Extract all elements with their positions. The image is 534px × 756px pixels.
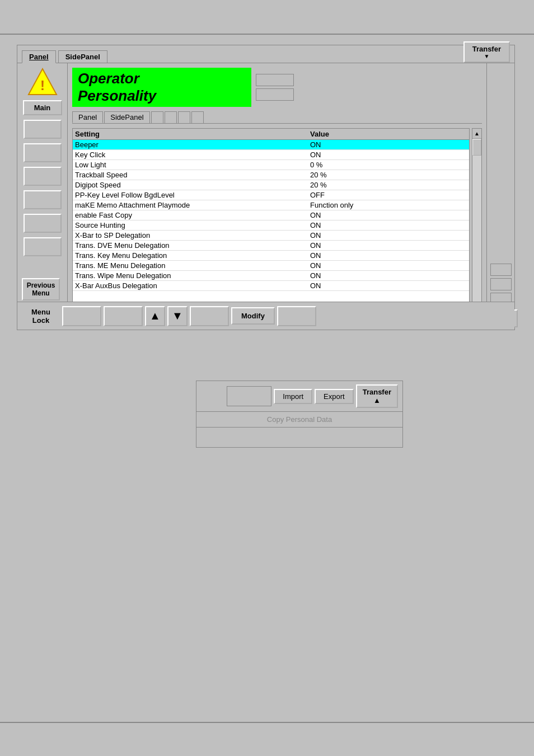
- table-row[interactable]: Trans. DVE Menu DelegationON: [73, 241, 469, 251]
- top-divider: [0, 34, 534, 35]
- cell-setting: X-Bar to SP Delegation: [75, 231, 310, 240]
- cell-value: ON: [310, 271, 467, 280]
- sidebar-square-2: [24, 143, 62, 162]
- tab-bar: Panel SidePanel Transfer ▼: [17, 45, 514, 63]
- bottom-bar: MenuLock ▲ ▼ Modify: [17, 302, 514, 330]
- cell-setting: Beeper: [75, 140, 310, 149]
- cell-value: ON: [310, 140, 467, 149]
- title-area: Operator Personality: [72, 68, 482, 107]
- right-box-1: [490, 264, 512, 276]
- table-row[interactable]: X-Bar to SP DelegationON: [73, 231, 469, 241]
- table-row[interactable]: Low Light0 %: [73, 160, 469, 170]
- tab-sidepanel[interactable]: SidePanel: [58, 50, 107, 63]
- lower-transfer-button[interactable]: Transfer ▲: [356, 384, 398, 408]
- right-edge: ▲ ▶: [486, 63, 514, 330]
- cell-setting: Trans. ME Menu Delegation: [75, 261, 310, 270]
- scroll-up-button[interactable]: ▲: [472, 129, 481, 139]
- table-row[interactable]: Trans. ME Menu DelegationON: [73, 261, 469, 271]
- lower-panel-mid: Copy Personal Data: [196, 412, 402, 428]
- table-body: BeeperONKey ClickONLow Light0 %Trackball…: [73, 140, 469, 321]
- table-row[interactable]: Digipot Speed20 %: [73, 180, 469, 190]
- bottom-box-2: [104, 306, 143, 326]
- title-personality: Personality: [78, 87, 246, 105]
- cell-setting: PP-Key Level Follow BgdLevel: [75, 191, 310, 199]
- scroll-thumb[interactable]: [472, 139, 481, 156]
- inner-tab-panel[interactable]: Panel: [72, 111, 103, 123]
- table-row[interactable]: BeeperON: [73, 140, 469, 150]
- title-extra-box-1: [256, 74, 294, 86]
- svg-text:!: !: [40, 78, 45, 93]
- cell-value: ON: [310, 241, 467, 250]
- title-operator: Operator: [78, 70, 246, 87]
- sidebar-square-6: [24, 237, 62, 256]
- cell-setting: enable Fast Copy: [75, 211, 310, 219]
- cell-value: Function only: [310, 201, 467, 209]
- inner-tab-sidepanel[interactable]: SidePanel: [104, 111, 149, 123]
- bottom-box-3: [190, 306, 229, 326]
- header-setting: Setting: [75, 130, 310, 138]
- modify-button[interactable]: Modify: [231, 307, 275, 325]
- cell-value: OFF: [310, 191, 467, 199]
- tab-panel[interactable]: Panel: [22, 50, 56, 63]
- cell-value: ON: [310, 211, 467, 219]
- bottom-down-arrow[interactable]: ▼: [167, 306, 188, 326]
- table-row[interactable]: enable Fast CopyON: [73, 210, 469, 220]
- menu-lock-label: MenuLock: [22, 308, 60, 325]
- cell-value: 20 %: [310, 171, 467, 179]
- settings-table: Setting Value BeeperONKey ClickONLow Lig…: [72, 128, 470, 325]
- cell-setting: maKE Memo Attachment Playmode: [75, 201, 310, 209]
- right-box-2: [490, 278, 512, 290]
- bottom-divider: [0, 722, 534, 723]
- table-row[interactable]: Key ClickON: [73, 150, 469, 160]
- cell-setting: Trackball Speed: [75, 171, 310, 179]
- export-button[interactable]: Export: [315, 389, 354, 404]
- cell-setting: Source Hunting: [75, 221, 310, 229]
- right-panel: Operator Personality Panel SidePanel: [68, 63, 486, 330]
- cell-setting: Key Click: [75, 151, 310, 159]
- table-row[interactable]: Trans. Wipe Menu DelegationON: [73, 271, 469, 281]
- copy-personal-data-label: Copy Personal Data: [267, 415, 332, 424]
- transfer-button[interactable]: Transfer ▼: [463, 41, 510, 63]
- cell-value: ON: [310, 231, 467, 240]
- title-extra-box-2: [256, 88, 294, 101]
- table-row[interactable]: maKE Memo Attachment PlaymodeFunction on…: [73, 200, 469, 210]
- warning-icon: !: [27, 68, 58, 96]
- title-box: Operator Personality: [72, 68, 251, 107]
- table-row[interactable]: X-Bar AuxBus DelegationON: [73, 281, 469, 291]
- lower-panel: Import Export Transfer ▲ Copy Personal D…: [196, 381, 403, 448]
- content-area: ! Main Operator Personality: [17, 63, 514, 330]
- right-edge-boxes: [490, 264, 512, 305]
- main-panel: Panel SidePanel Transfer ▼ ! Main: [17, 45, 515, 330]
- inner-tab-extra-2: [165, 111, 177, 123]
- cell-setting: Digipot Speed: [75, 181, 310, 189]
- main-button[interactable]: Main: [23, 100, 62, 115]
- bottom-up-arrow[interactable]: ▲: [145, 306, 165, 326]
- scroll-track: [472, 139, 481, 314]
- table-row[interactable]: Trans. Key Menu DelegationON: [73, 251, 469, 261]
- title-extra-boxes: [256, 74, 294, 101]
- sidebar-square-5: [24, 214, 62, 233]
- previous-menu-button[interactable]: Previous Menu: [22, 278, 60, 300]
- table-header: Setting Value: [73, 129, 469, 140]
- settings-area: Setting Value BeeperONKey ClickONLow Lig…: [72, 128, 482, 325]
- table-row[interactable]: Source HuntingON: [73, 220, 469, 231]
- cell-value: ON: [310, 251, 467, 260]
- scrollbar[interactable]: ▲ ▼: [472, 128, 482, 325]
- cell-setting: Low Light: [75, 161, 310, 169]
- sidebar-square-1: [24, 120, 62, 139]
- cell-setting: Trans. DVE Menu Delegation: [75, 241, 310, 250]
- inner-tab-extra-3: [178, 111, 190, 123]
- inner-tab-extra-4: [191, 111, 204, 123]
- table-row[interactable]: Trackball Speed20 %: [73, 170, 469, 180]
- tab-group: Panel SidePanel: [22, 50, 107, 63]
- cell-setting: Trans. Wipe Menu Delegation: [75, 271, 310, 280]
- lower-panel-bottom: [196, 428, 402, 444]
- cell-value: ON: [310, 281, 467, 290]
- transfer-arrow-icon: ▼: [484, 53, 489, 59]
- cell-value: 0 %: [310, 161, 467, 169]
- bottom-box-4: [277, 306, 316, 326]
- import-button[interactable]: Import: [274, 389, 312, 404]
- cell-setting: X-Bar AuxBus Delegation: [75, 281, 310, 290]
- table-row[interactable]: PP-Key Level Follow BgdLevelOFF: [73, 190, 469, 200]
- cell-setting: Trans. Key Menu Delegation: [75, 251, 310, 260]
